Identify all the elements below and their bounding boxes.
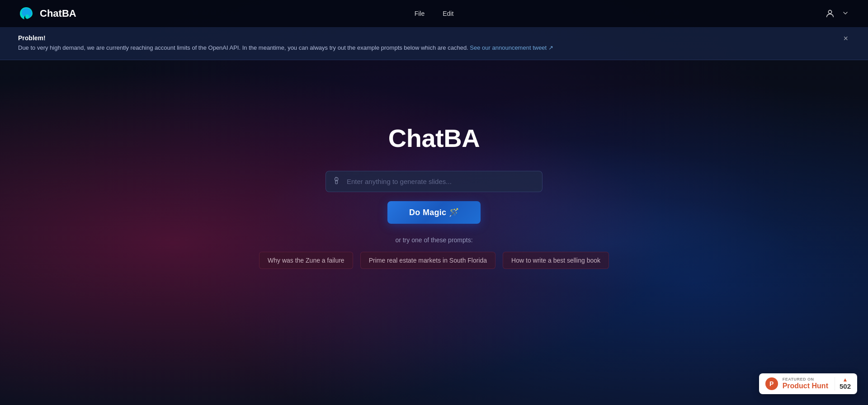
product-hunt-text: FEATURED ON Product Hunt xyxy=(783,377,828,390)
product-hunt-name: Product Hunt xyxy=(783,381,828,390)
alert-title: Problem! xyxy=(18,34,834,42)
product-hunt-votes: ▲ 502 xyxy=(835,377,851,391)
navbar: ChatBA File Edit xyxy=(0,0,868,27)
prompt-pill-2[interactable]: How to write a best selling book xyxy=(503,252,609,269)
navbar-right xyxy=(823,6,850,21)
product-hunt-featured-label: FEATURED ON xyxy=(783,377,828,381)
upvote-icon: ▲ xyxy=(843,377,848,382)
chevron-down-icon xyxy=(843,10,848,16)
alert-content: Problem! Due to very high demand, we are… xyxy=(18,34,834,52)
page-heading: ChatBA xyxy=(388,123,480,153)
user-icon xyxy=(825,9,835,19)
or-prompts-text: or try one of these prompts: xyxy=(395,236,472,244)
account-dropdown-button[interactable] xyxy=(841,9,850,19)
vote-count: 502 xyxy=(840,382,851,391)
search-container xyxy=(326,171,542,192)
navbar-logo-area: ChatBA xyxy=(18,5,76,22)
user-account-button[interactable] xyxy=(823,6,837,21)
prompt-pill-0[interactable]: Why was the Zune a failure xyxy=(259,252,353,269)
do-magic-button[interactable]: Do Magic 🪄 xyxy=(387,201,481,224)
prompt-pills-container: Why was the Zune a failure Prime real es… xyxy=(259,252,609,269)
prompt-input[interactable] xyxy=(326,171,542,192)
app-logo-icon xyxy=(18,5,34,22)
product-hunt-logo: P xyxy=(765,377,778,390)
nav-file[interactable]: File xyxy=(415,10,425,17)
alert-body: Due to very high demand, we are currentl… xyxy=(18,43,834,52)
alert-body-text: Due to very high demand, we are currentl… xyxy=(18,44,468,51)
prompt-pill-1[interactable]: Prime real estate markets in South Flori… xyxy=(360,252,495,269)
navbar-menu: File Edit xyxy=(415,10,454,17)
product-hunt-badge[interactable]: P FEATURED ON Product Hunt ▲ 502 xyxy=(759,373,857,394)
svg-point-1 xyxy=(828,10,831,14)
alert-link[interactable]: See our announcement tweet ↗ xyxy=(470,44,553,51)
app-title: ChatBA xyxy=(40,8,76,19)
main-content: ChatBA Do Magic 🪄 or try one of these pr… xyxy=(0,60,868,269)
nav-edit[interactable]: Edit xyxy=(443,10,453,17)
alert-banner: Problem! Due to very high demand, we are… xyxy=(0,27,868,60)
alert-close-button[interactable]: × xyxy=(841,34,850,42)
